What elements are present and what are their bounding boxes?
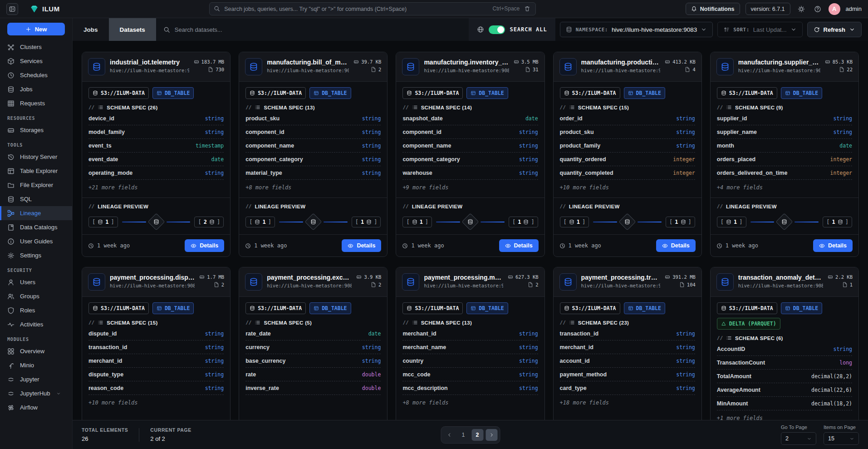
next-page-button[interactable]	[485, 429, 497, 441]
schema-field-row: account_idstring	[560, 354, 695, 368]
lineage-center-node[interactable]	[461, 213, 479, 230]
clock-icon	[245, 243, 251, 249]
lineage-edge	[167, 222, 191, 222]
lineage-edge	[794, 222, 819, 222]
lineage-output-node[interactable]: [ 2 ]	[194, 217, 224, 227]
lineage-output-node[interactable]: [ 1 ]	[823, 217, 852, 227]
details-button[interactable]: Details	[499, 239, 539, 252]
lineage-input-node[interactable]: [ 1 ]	[402, 217, 432, 227]
sidebar-item-clusters[interactable]: Clusters	[0, 40, 72, 54]
sidebar-item-requests[interactable]: Requests	[0, 96, 72, 110]
sidebar-item-storages[interactable]: Storages	[0, 123, 72, 137]
datasets-search-input[interactable]	[175, 26, 462, 33]
details-button[interactable]: Details	[656, 239, 696, 252]
items-on-page-label: Items on Page	[824, 424, 859, 430]
sidebar-item-data-catalogs[interactable]: Data Catalogs	[0, 220, 72, 234]
sidebar-item-minio[interactable]: Minio	[0, 358, 72, 372]
tab-jobs[interactable]: Jobs	[73, 18, 109, 41]
avatar[interactable]: A	[829, 3, 840, 15]
sidebar-item-sql[interactable]: SQL	[0, 192, 72, 206]
sidebar-item-settings[interactable]: Settings	[0, 248, 72, 262]
sidebar-item-jupyterhub[interactable]: JupyterHub	[0, 386, 72, 400]
lineage-output-node[interactable]: [ 1 ]	[666, 217, 695, 227]
schema-field-row: component_idstring	[245, 125, 381, 139]
lineage-center-node[interactable]	[304, 213, 322, 230]
sidebar-item-jupyter[interactable]: Jupyter	[0, 372, 72, 386]
field-type: timestamp	[196, 143, 224, 149]
field-name: TransactionCount	[717, 360, 765, 366]
help-button[interactable]	[812, 4, 823, 15]
dataset-card-payment-processing-mer: payment_processing.mer...hive://ilum-hiv…	[396, 267, 544, 420]
details-button[interactable]: Details	[185, 239, 224, 252]
page-button-1[interactable]: 1	[457, 429, 469, 441]
dataset-file-count: 4	[685, 67, 695, 72]
sidebar-item-schedules[interactable]: Schedules	[0, 68, 72, 82]
sidebar-item-file-explorer[interactable]: File Explorer	[0, 178, 72, 192]
search-all-toggle[interactable]	[489, 25, 505, 34]
sidebar-item-table-explorer[interactable]: Table Explorer	[0, 164, 72, 178]
sidebar-item-groups[interactable]: Groups	[0, 289, 72, 303]
global-search: Ctrl+Space	[209, 2, 536, 15]
lineage-center-node[interactable]	[619, 213, 636, 230]
page-button-2[interactable]: 2	[471, 429, 483, 441]
sidebar-item-jobs[interactable]: Jobs	[0, 82, 72, 96]
sidebar: New ClustersServicesSchedulesJobsRequest…	[0, 18, 73, 449]
tab-datasets[interactable]: Datasets	[109, 18, 156, 41]
dataset-title[interactable]: payment_processing.excha...	[267, 274, 352, 281]
chevron-down-icon	[56, 391, 61, 396]
refresh-button[interactable]: Refresh	[807, 22, 862, 37]
lineage-center-node[interactable]	[776, 213, 793, 230]
ilum-logo-icon	[30, 5, 39, 13]
dataset-title[interactable]: industrial_iot.telemetry	[110, 59, 189, 66]
sidebar-item-roles[interactable]: Roles	[0, 303, 72, 317]
field-name: component_category	[402, 156, 460, 163]
dataset-card-manufacturing-productio: manufacturing.productio...hive://ilum-hi…	[553, 52, 702, 257]
new-button[interactable]: New	[7, 23, 65, 35]
trash-icon[interactable]	[524, 5, 530, 12]
lineage-output-node[interactable]: [ 1 ]	[509, 217, 538, 227]
sidebar-item-overview[interactable]: Overview	[0, 344, 72, 358]
dataset-title[interactable]: manufacturing.supplier_p...	[738, 59, 820, 66]
notifications-button[interactable]: Notifications	[686, 3, 740, 15]
lineage-center-node[interactable]	[147, 213, 165, 230]
dataset-title[interactable]: transaction_anomaly_detec...	[738, 274, 823, 281]
dataset-card-payment-processing-excha: payment_processing.excha...hive://ilum-h…	[239, 267, 387, 420]
dataset-icon-tile	[402, 58, 419, 75]
lineage-input-node[interactable]: [ 1 ]	[88, 217, 118, 227]
sidebar-item-history-server[interactable]: History Server	[0, 150, 72, 164]
global-search-input[interactable]	[209, 2, 536, 15]
lineage-output-node[interactable]: [ 1 ]	[352, 217, 381, 227]
database-icon	[721, 277, 730, 286]
sidebar-item-user-guides[interactable]: User Guides	[0, 234, 72, 248]
field-name: MinAmount	[717, 400, 748, 407]
lineage-input-node[interactable]: [ 1 ]	[560, 217, 589, 227]
go-to-page-select[interactable]: 2	[781, 432, 816, 445]
sidebar-collapse-button[interactable]	[6, 3, 18, 15]
database-icon	[255, 219, 260, 225]
items-on-page-select[interactable]: 15	[824, 432, 859, 445]
dataset-title[interactable]: manufacturing.bill_of_mat...	[267, 59, 349, 66]
theme-toggle-button[interactable]	[796, 4, 807, 15]
lineage-input-node[interactable]: [ 1 ]	[245, 217, 275, 227]
sidebar-item-services[interactable]: Services	[0, 54, 72, 68]
bird-icon	[7, 362, 15, 369]
details-button[interactable]: Details	[342, 239, 381, 252]
previous-page-button[interactable]	[443, 429, 455, 441]
dataset-title[interactable]: payment_processing.dispu...	[110, 274, 195, 281]
dataset-title[interactable]: payment_processing.tran...	[581, 274, 661, 281]
sidebar-item-users[interactable]: Users	[0, 275, 72, 289]
sidebar-item-airflow[interactable]: Airflow	[0, 400, 72, 414]
dataset-title[interactable]: payment_processing.mer...	[424, 274, 503, 281]
schema-field-row: material_typestring	[245, 166, 381, 180]
sort-select[interactable]: SORT: Last Updat...	[717, 22, 802, 37]
db-table-badge: DB_TABLE	[781, 87, 822, 99]
db-table-badge: DB_TABLE	[309, 87, 351, 99]
details-button[interactable]: Details	[813, 239, 853, 252]
sidebar-item-lineage[interactable]: Lineage	[0, 206, 72, 220]
field-type: long	[839, 360, 852, 366]
lineage-input-node[interactable]: [ 1 ]	[717, 217, 746, 227]
sidebar-item-activities[interactable]: Activities	[0, 317, 72, 331]
namespace-select[interactable]: NAMESPACE: hive://ilum-hive-metastore:90…	[560, 22, 713, 37]
dataset-title[interactable]: manufacturing.inventory_s...	[424, 59, 509, 66]
dataset-title[interactable]: manufacturing.productio...	[581, 59, 661, 66]
